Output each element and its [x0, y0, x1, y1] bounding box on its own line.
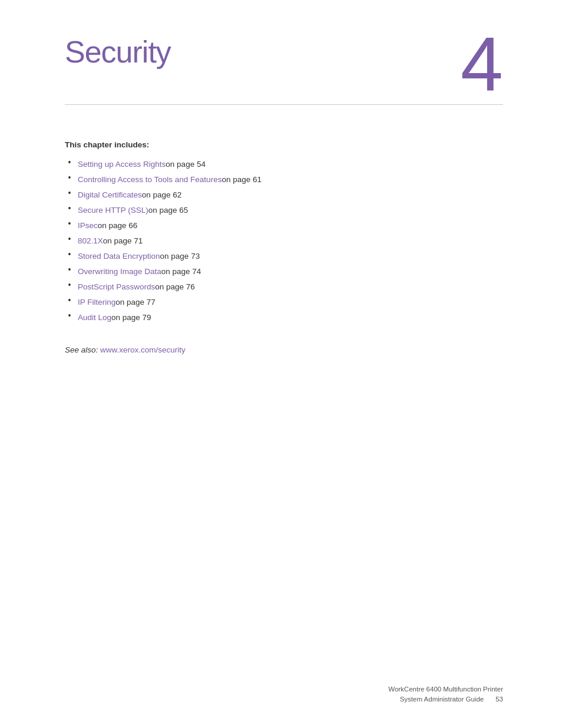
toc-bullet	[65, 249, 74, 259]
toc-bullet	[65, 265, 74, 274]
toc-item: Secure HTTP (SSL) on page 65	[65, 203, 503, 215]
chapter-header: Security 4	[65, 35, 503, 105]
toc-item: Audit Log on page 79	[65, 311, 503, 322]
toc-link[interactable]: Controlling Access to Tools and Features	[78, 175, 222, 184]
footer: WorkCentre 6400 Multifunction Printer Sy…	[388, 684, 503, 705]
see-also-link[interactable]: www.xerox.com/security	[100, 345, 186, 354]
toc-plain-text: on page 77	[115, 298, 156, 307]
toc-bullet	[65, 203, 74, 213]
toc-bullet	[65, 188, 74, 197]
toc-bullet	[65, 295, 74, 305]
toc-item: 802.1X on page 71	[65, 234, 503, 245]
toc-link[interactable]: Digital Certificates	[78, 190, 142, 199]
toc-item: Controlling Access to Tools and Features…	[65, 173, 503, 184]
toc-item: PostScript Passwords on page 76	[65, 280, 503, 291]
toc-bullet	[65, 219, 74, 228]
page: Security 4 This chapter includes: Settin…	[0, 0, 562, 728]
footer-guide: System Administrator Guide	[400, 694, 484, 704]
toc-plain-text: on page 79	[111, 313, 151, 322]
toc-link[interactable]: Overwriting Image Data	[78, 267, 161, 276]
toc-link[interactable]: PostScript Passwords	[78, 282, 155, 291]
see-also-label: See also:	[65, 345, 98, 354]
chapter-title: Security	[65, 35, 171, 69]
toc-plain-text: on page 61	[222, 175, 262, 184]
toc-plain-text: on page 54	[166, 160, 206, 169]
toc-plain-text: on page 65	[148, 206, 189, 215]
toc-item: Stored Data Encryption on page 73	[65, 249, 503, 261]
toc-plain-text: on page 62	[142, 190, 182, 199]
toc-item: IPsec on page 66	[65, 219, 503, 230]
toc-link[interactable]: IP Filtering	[78, 298, 115, 307]
toc-link[interactable]: Audit Log	[78, 313, 111, 322]
toc-list: Setting up Access Rights on page 54Contr…	[65, 157, 503, 322]
toc-plain-text: on page 76	[155, 282, 195, 291]
toc-bullet	[65, 157, 74, 167]
see-also: See also: www.xerox.com/security	[65, 345, 503, 354]
footer-page: 53	[495, 694, 503, 704]
toc-item: Setting up Access Rights on page 54	[65, 157, 503, 169]
toc-item: Digital Certificates on page 62	[65, 188, 503, 199]
toc-link[interactable]: Setting up Access Rights	[78, 160, 166, 169]
toc-bullet	[65, 234, 74, 243]
toc-bullet	[65, 280, 74, 289]
toc-item: Overwriting Image Data on page 74	[65, 265, 503, 276]
toc-bullet	[65, 311, 74, 320]
toc-bullet	[65, 173, 74, 182]
toc-item: IP Filtering on page 77	[65, 295, 503, 307]
intro-text: This chapter includes:	[65, 140, 503, 149]
toc-plain-text: on page 71	[103, 236, 143, 245]
footer-line: System Administrator Guide 53	[388, 694, 503, 704]
toc-link[interactable]: IPsec	[78, 221, 98, 230]
toc-plain-text: on page 66	[98, 221, 138, 230]
footer-product: WorkCentre 6400 Multifunction Printer	[388, 684, 503, 694]
toc-link[interactable]: Stored Data Encryption	[78, 252, 160, 261]
chapter-number: 4	[461, 29, 503, 98]
toc-link[interactable]: Secure HTTP (SSL)	[78, 206, 148, 215]
toc-plain-text: on page 73	[160, 252, 200, 261]
toc-plain-text: on page 74	[161, 267, 201, 276]
toc-link[interactable]: 802.1X	[78, 236, 103, 245]
